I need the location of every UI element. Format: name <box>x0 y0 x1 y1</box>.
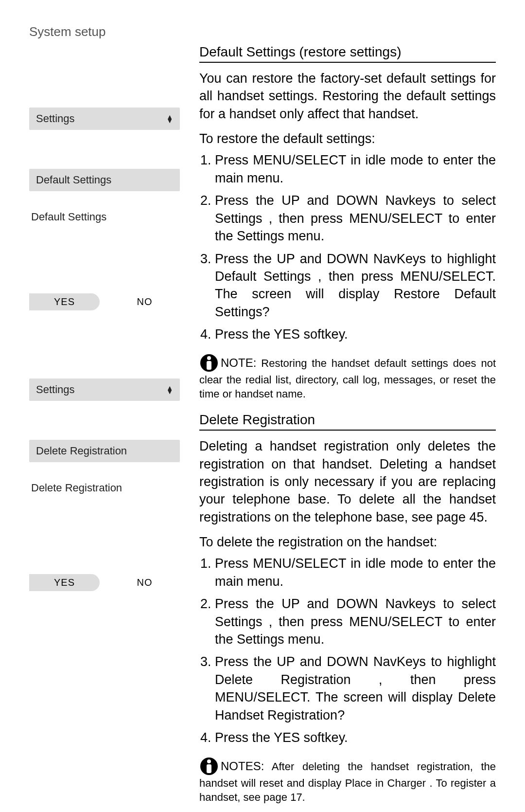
mock-settings-row: Settings ▲▼ <box>29 108 180 130</box>
steps-list: Press MENU/SELECT in idle mode to enter … <box>199 555 496 746</box>
svg-point-4 <box>207 759 211 763</box>
step-item: Press MENU/SELECT in idle mode to enter … <box>215 151 496 187</box>
step-item: Press the YES softkey. <box>215 325 496 343</box>
softkey-no: NO <box>109 574 180 591</box>
info-icon <box>199 757 219 776</box>
mock-text: Delete Registration <box>36 445 127 457</box>
left-column: Settings ▲▼ Default Settings Default Set… <box>29 44 180 812</box>
updown-icon: ▲▼ <box>166 386 173 394</box>
lead-text: To delete the registration on the handse… <box>199 535 496 550</box>
softkey-row: YES NO <box>29 293 180 310</box>
note-label: NOTE: <box>221 356 256 369</box>
page-header: System setup <box>29 24 496 39</box>
mock-default-settings-row: Default Settings <box>29 169 180 191</box>
note-block: NOTES: After deleting the handset regist… <box>199 757 496 805</box>
steps-list: Press MENU/SELECT in idle mode to enter … <box>199 151 496 343</box>
step-item: Press the YES softkey. <box>215 729 496 746</box>
mock-text: Settings <box>36 383 75 396</box>
step-item: Press the UP and DOWN NavKeys to highlig… <box>215 653 496 724</box>
step-item: Press MENU/SELECT in idle mode to enter … <box>215 555 496 590</box>
step-item: Press the UP and DOWN Navkeys to select … <box>215 192 496 245</box>
softkey-yes: YES <box>29 574 100 591</box>
section-title-delete-registration: Delete Registration <box>199 412 496 431</box>
note-block: NOTE: Restoring the handset default sett… <box>199 353 496 401</box>
softkey-row-2: YES NO <box>29 574 180 591</box>
mock-settings-row-2: Settings ▲▼ <box>29 379 180 401</box>
mock-delete-reg-plain: Delete Registration <box>29 477 180 499</box>
paragraph: You can restore the factory-set default … <box>199 70 496 123</box>
svg-rect-2 <box>207 361 211 370</box>
svg-rect-5 <box>207 764 211 773</box>
note-label: NOTES: <box>221 759 264 773</box>
softkey-no: NO <box>109 293 180 310</box>
mock-text: Settings <box>36 112 75 125</box>
mock-default-settings-plain: Default Settings <box>29 206 180 228</box>
softkey-yes: YES <box>29 293 100 310</box>
step-item: Press the UP and DOWN NavKeys to highlig… <box>215 250 496 321</box>
info-icon <box>199 353 219 373</box>
svg-point-1 <box>207 356 211 360</box>
step-item: Press the UP and DOWN Navkeys to select … <box>215 595 496 648</box>
paragraph: Deleting a handset registration only del… <box>199 437 496 526</box>
updown-icon: ▲▼ <box>166 115 173 123</box>
mock-delete-reg-row: Delete Registration <box>29 440 180 462</box>
right-column: Default Settings (restore settings) You … <box>199 44 496 812</box>
mock-text: Default Settings <box>36 174 111 186</box>
section-title-default-settings: Default Settings (restore settings) <box>199 44 496 63</box>
lead-text: To restore the default settings: <box>199 131 496 146</box>
